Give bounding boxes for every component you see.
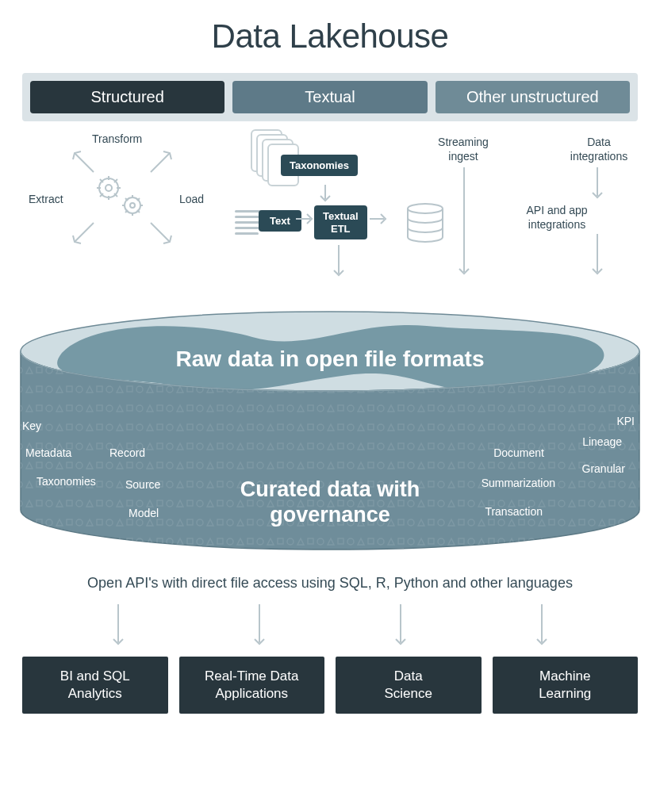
arrow-down-icon [457,166,471,277]
arrow-down-right-icon [148,220,175,247]
side-label-source: Source [125,478,160,491]
arrow-down-icon [332,243,346,278]
output-data-science: Data Science [336,657,482,714]
arrow-right-icon [368,212,389,226]
ingest-block: Streaming ingest Data integrations API a… [424,131,638,289]
output-machine-learning: Machine Learning [493,657,639,714]
category-other-unstructured: Other unstructured [436,81,630,113]
structured-etl-block: Transform Extract Load [30,131,217,266]
chip-taxonomies: Taxonomies [281,155,358,176]
diagram: Data Lakehouse Structured Textual Other … [0,17,660,812]
label-load: Load [179,193,204,205]
textual-block: Taxonomies Text Textual ETL [243,131,441,289]
label-data-integrations: Data integrations [555,136,643,163]
arrow-down-icon [590,232,604,277]
arrow-down-icon [590,166,604,201]
svg-point-5 [106,185,112,191]
lakehouse-cylinder: Raw data in open file formats Curated da… [14,304,646,557]
arrow-down-icon [252,603,267,647]
arrow-up-left-icon [70,148,97,175]
side-label-model: Model [129,507,159,519]
svg-line-3 [151,223,170,242]
arrow-down-icon [393,603,408,647]
side-label-record: Record [109,446,145,459]
side-label-key: Key [22,419,41,432]
output-bi-analytics: BI and SQL Analytics [22,657,168,714]
side-label-document: Document [493,446,544,459]
gears-icon [90,172,153,224]
category-structured: Structured [30,81,224,113]
side-label-granular: Granular [582,462,625,475]
label-api-app-integrations: API and app integrations [509,204,604,232]
label-raw-data: Raw data in open file formats [14,347,646,372]
label-extract: Extract [29,193,63,205]
side-label-metadata: Metadata [25,446,71,459]
side-label-transaction: Transaction [485,505,543,518]
chip-textual-etl: Textual ETL [314,205,367,239]
side-label-kpi: KPI [616,415,635,427]
arrow-down-icon [111,603,125,647]
middle-section: Transform Extract Load [22,131,638,297]
arrow-up-right-icon [148,148,175,175]
svg-line-0 [75,153,94,172]
output-row: BI and SQL Analytics Real-Time Data Appl… [22,657,638,714]
side-label-summarization: Summarization [482,477,555,489]
label-transform: Transform [92,132,142,145]
output-realtime-apps: Real-Time Data Applications [179,657,325,714]
label-streaming-ingest: Streaming ingest [424,136,503,163]
side-label-lineage: Lineage [582,435,622,448]
svg-point-7 [130,203,135,208]
svg-line-2 [75,223,94,242]
svg-line-1 [151,153,170,172]
side-label-taxonomies: Taxonomies [36,475,96,488]
category-row: Structured Textual Other unstructured [22,73,638,121]
arrow-down-icon [535,603,549,647]
arrow-down-icon [318,183,332,204]
output-arrows [48,603,612,647]
api-text: Open API's with direct file access using… [24,575,636,592]
page-title: Data Lakehouse [0,17,660,56]
arrow-right-icon [294,212,315,226]
arrow-down-left-icon [70,220,97,247]
category-textual: Textual [232,81,427,113]
